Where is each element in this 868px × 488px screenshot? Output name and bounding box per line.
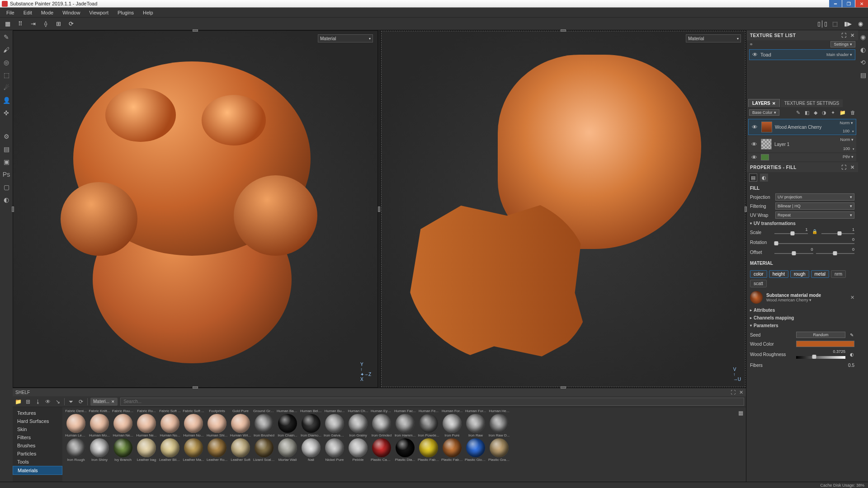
projection-select[interactable]: UV projection▾ — [775, 193, 854, 201]
material-item[interactable]: Human Leg... — [65, 414, 87, 437]
right-display-icon[interactable]: ◐ — [859, 46, 867, 54]
parameters-toggle[interactable]: ▾Parameters — [750, 322, 854, 329]
layer-row[interactable]: 👁 Layer 1 Norm ▾ 100 ▾ — [748, 136, 856, 152]
material-item[interactable]: Plastic Cabl... — [371, 438, 392, 462]
shelf-eye-icon[interactable]: 👁 — [44, 398, 52, 405]
shelf-refresh-icon[interactable]: ⟳ — [77, 398, 85, 405]
material-item[interactable]: Iron Galvan... — [324, 414, 345, 437]
texture-set-settings-button[interactable]: Settings▾ — [830, 41, 855, 47]
panel-expand-icon[interactable]: ⛶ — [841, 33, 847, 38]
tool-smudge-icon[interactable]: ☄ — [2, 84, 10, 92]
window-minimize-button[interactable]: ━ — [829, 0, 842, 7]
menu-edit[interactable]: Edit — [20, 9, 36, 16]
channel-toggle-rough[interactable]: rough — [790, 270, 809, 278]
toolbar-grid-icon[interactable]: ▦ — [4, 20, 12, 28]
toolbar-symmetry-icon[interactable]: ⇥ — [29, 20, 37, 28]
rotation-slider[interactable]: 0 — [774, 239, 854, 245]
material-item[interactable]: Ivy Branch — [112, 438, 134, 462]
material-mode-close-icon[interactable]: ✕ — [850, 295, 854, 300]
channels-mapping-toggle[interactable]: ▸Channels mapping — [750, 314, 854, 322]
tool-export-icon[interactable]: ◐ — [2, 196, 10, 204]
fibers-value[interactable]: 0.5 — [796, 363, 854, 368]
properties-material-mode-icon[interactable]: ◐ — [760, 174, 768, 182]
tool-projection-icon[interactable]: ◎ — [2, 58, 10, 66]
wood-roughness-slider[interactable]: 0.3725 — [796, 351, 845, 357]
wood-color-swatch[interactable] — [796, 341, 854, 347]
toolbar-dots-icon[interactable]: ⠿ — [16, 20, 24, 28]
viewport-handle-left[interactable] — [12, 206, 14, 212]
tab-close-icon[interactable]: ✕ — [772, 101, 776, 106]
shelf-category-filters[interactable]: Filters — [13, 433, 62, 441]
layer-folder-icon[interactable]: 📁 — [840, 110, 846, 116]
tab-layers[interactable]: LAYERS✕ — [748, 99, 780, 107]
offset-y-slider[interactable]: 0 — [816, 249, 855, 255]
layer-opacity[interactable]: 100 — [843, 146, 850, 151]
lock-icon[interactable]: 🔒 — [812, 229, 817, 235]
layer-blend-mode[interactable]: Norm ▾ — [840, 121, 853, 125]
material-item[interactable]: Iron Chain... — [277, 414, 298, 437]
channel-toggle-nrm[interactable]: nrm — [831, 270, 846, 278]
layer-name[interactable]: Layer 1 — [774, 142, 854, 147]
window-maximize-button[interactable]: ❐ — [842, 0, 855, 7]
material-item[interactable]: Human Ne... — [112, 414, 134, 437]
window-close-button[interactable]: ✕ — [855, 0, 868, 7]
channel-toggle-color[interactable]: color — [750, 270, 767, 278]
shelf-filter-chip[interactable]: Materi... ✕ — [90, 398, 118, 406]
layer-blend-mode[interactable]: Norm ▾ — [840, 137, 854, 142]
material-item[interactable]: Iron Raw — [465, 414, 486, 437]
material-item[interactable]: Lizard Scales — [253, 438, 275, 462]
scale-x-slider[interactable]: 1 — [774, 229, 808, 235]
shelf-grid-view-icon[interactable]: ▦ — [738, 410, 743, 416]
tab-texture-set-settings[interactable]: TEXTURE SET SETTINGS — [781, 99, 843, 107]
material-item[interactable]: Iron Shiny — [89, 438, 110, 462]
layer-mask-icon[interactable]: ◧ — [805, 110, 809, 116]
shelf-import-icon[interactable]: ⭳ — [34, 398, 42, 405]
material-item[interactable]: Human No... — [183, 414, 204, 437]
shelf-folder-icon[interactable]: 📁 — [14, 398, 22, 405]
menu-help[interactable]: Help — [139, 9, 157, 16]
viewport-handle-bottom[interactable] — [193, 386, 198, 389]
material-item[interactable]: Iron Diamo... — [300, 414, 322, 437]
layer-smart-icon[interactable]: ✦ — [831, 110, 835, 116]
viewport-3d[interactable]: Material ▾ Y↑✦→ZX — [13, 30, 378, 388]
splitter-handle[interactable] — [378, 206, 380, 212]
layer-row[interactable]: 👁 Wood American Cherry Norm ▾ 100 ▾ — [748, 119, 856, 135]
material-mode-name[interactable]: Wood American Cherry ▾ — [766, 298, 847, 302]
shelf-path-icon[interactable]: ↘ — [54, 398, 61, 405]
layer-add-adjust-icon[interactable]: ◑ — [822, 110, 826, 116]
toolbar-refresh-icon[interactable]: ⟳ — [67, 20, 75, 28]
material-item[interactable]: Human Shi... — [206, 414, 228, 437]
layers-channel-select[interactable]: Base Color▾ — [749, 109, 779, 116]
layer-row[interactable]: 👁 Pthr ▾ — [748, 153, 856, 161]
channel-toggle-scatt[interactable]: scatt — [750, 280, 767, 287]
shelf-category-brushes[interactable]: Brushes — [13, 441, 62, 450]
filtering-select[interactable]: Bilinear | HQ▾ — [775, 202, 854, 210]
viewport-handle-top[interactable] — [193, 29, 198, 32]
tool-picker-icon[interactable]: ✜ — [2, 109, 10, 117]
shelf-chip-close-icon[interactable]: ✕ — [111, 399, 115, 404]
tool-baking-icon[interactable]: ▤ — [2, 145, 10, 153]
shelf-filter-icon[interactable]: ⏷ — [67, 398, 75, 405]
right-history-icon[interactable]: ⟲ — [859, 58, 867, 66]
menu-viewport[interactable]: Viewport — [85, 9, 112, 16]
material-item[interactable]: Nickel Pure — [324, 438, 345, 462]
menu-mode[interactable]: Mode — [38, 9, 57, 16]
viewport-handle-top[interactable] — [561, 29, 566, 32]
uv-transformations-toggle[interactable]: ▾UV transformations — [750, 220, 854, 227]
link-icon[interactable]: ⚭ — [749, 42, 753, 47]
tool-substance-icon[interactable]: ▣ — [2, 158, 10, 166]
material-item[interactable]: Iron Hamm... — [394, 414, 416, 437]
tool-paint-icon[interactable]: ✎ — [2, 33, 10, 41]
material-item[interactable]: Leather Blis... — [159, 438, 181, 462]
shelf-category-hard-surfaces[interactable]: Hard Surfaces — [13, 417, 62, 425]
param-menu-icon[interactable]: ◐ — [849, 352, 854, 357]
menu-file[interactable]: File — [3, 9, 18, 16]
visibility-eye-icon[interactable]: 👁 — [750, 154, 758, 161]
material-item[interactable]: Leather Ma... — [183, 438, 204, 462]
viewport-handle-right[interactable] — [745, 206, 747, 212]
material-item[interactable]: Leather bag — [136, 438, 157, 462]
material-item[interactable]: Human Wri... — [230, 414, 251, 437]
shelf-expand-icon[interactable]: ⛶ — [731, 389, 736, 395]
scale-y-slider[interactable]: 1 — [821, 229, 855, 235]
tool-settings-icon[interactable]: ⚙ — [2, 132, 10, 141]
